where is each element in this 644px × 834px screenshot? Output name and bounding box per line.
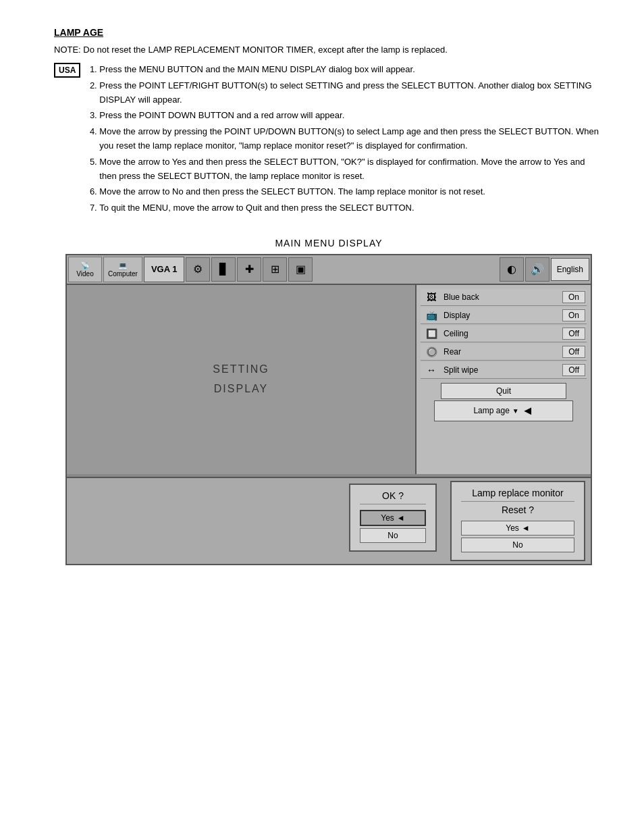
splitwipe-icon: ↔: [422, 365, 441, 375]
ok-no-button[interactable]: No: [360, 528, 426, 543]
lamp-dialog: Lamp replace monitor Reset ? Yes ◄ No: [450, 481, 585, 561]
computer-tab[interactable]: 💻 Computer: [103, 257, 142, 282]
icon-grid: ⚙: [186, 257, 210, 282]
video-icon: 📡: [76, 261, 93, 270]
display-label: Display: [441, 311, 562, 320]
diagram-title: MAIN MENU DISPLAY: [54, 238, 603, 249]
instruction-5: Move the arrow to Yes and then press the…: [99, 155, 603, 184]
setting-row-rear: 🔘 Rear Off: [421, 344, 587, 361]
lamp-yes-label: Yes: [506, 523, 519, 533]
vga-label: VGA 1: [144, 257, 185, 282]
blueback-label: Blue back: [441, 292, 562, 302]
lamp-no-label: No: [512, 540, 522, 550]
lamp-dialog-title: Lamp replace monitor: [461, 488, 574, 502]
instruction-6: Move the arrow to No and then press the …: [99, 185, 603, 199]
rear-icon: 🔘: [422, 346, 441, 357]
splitwipe-label: Split wipe: [441, 365, 562, 375]
dialog-area: OK ? Yes ◄ No Lamp replace monitor Reset…: [67, 477, 591, 564]
ok-dialog-title: OK ?: [360, 490, 426, 504]
usa-badge: USA: [54, 63, 80, 78]
blueback-value: On: [562, 291, 585, 303]
rear-label: Rear: [441, 347, 562, 357]
setting-display-area: SETTING DISPLAY: [67, 285, 415, 474]
instruction-2: Press the POINT LEFT/RIGHT BUTTON(s) to …: [99, 79, 603, 107]
computer-label: Computer: [108, 270, 138, 278]
setting-label: SETTING DISPLAY: [213, 360, 269, 399]
display-value: On: [562, 309, 585, 321]
ok-yes-label: Yes: [381, 513, 394, 523]
setting-row-ceiling: 🔲 Ceiling Off: [421, 325, 587, 342]
menu-content: SETTING DISPLAY 🖼 Blue back On 📺 Display…: [67, 285, 591, 474]
icon-display: ⊞: [263, 257, 287, 282]
right-panel: 🖼 Blue back On 📺 Display On 🔲 Ceiling Of…: [415, 285, 591, 474]
lamp-age-arrow: ◄: [522, 404, 534, 418]
display-icon: 📺: [422, 310, 441, 321]
rear-value: Off: [562, 346, 585, 358]
lamp-dialog-subtitle: Reset ?: [461, 504, 574, 515]
icon-bars: ▊: [211, 257, 236, 282]
icon-contrast: ◐: [500, 257, 524, 282]
english-button[interactable]: English: [551, 258, 589, 281]
instruction-4: Move the arrow by pressing the POINT UP/…: [99, 125, 603, 153]
icon-speaker: 🔊: [525, 257, 549, 282]
diagram-section: MAIN MENU DISPLAY 📡 Video 💻 Computer VGA…: [54, 238, 603, 565]
note-text: NOTE: Do not reset the LAMP REPLACEMENT …: [54, 45, 603, 55]
setting-row-splitwipe: ↔ Split wipe Off: [421, 362, 587, 379]
splitwipe-value: Off: [562, 364, 585, 376]
instruction-1: Press the MENU BUTTON and the MAIN MENU …: [99, 63, 603, 77]
lamp-yes-button[interactable]: Yes ◄: [461, 521, 574, 536]
icon-cross: ✚: [237, 257, 261, 282]
instruction-3: Press the POINT DOWN BUTTON and a red ar…: [99, 109, 603, 123]
lamp-yes-arrow: ◄: [522, 523, 530, 533]
ok-yes-button[interactable]: Yes ◄: [360, 510, 426, 526]
setting-row-blueback: 🖼 Blue back On: [421, 289, 587, 306]
computer-icon: 💻: [108, 261, 138, 270]
instruction-7: To quit the MENU, move the arrow to Quit…: [99, 201, 603, 215]
ok-no-label: No: [387, 531, 398, 540]
lamp-age-dropdown-icon: ▼: [512, 407, 519, 415]
video-label: Video: [76, 270, 93, 278]
main-menu-display: 📡 Video 💻 Computer VGA 1 ⚙ ▊ ✚ ⊞ ▣ ◐ 🔊 E…: [65, 254, 592, 565]
instructions-list: Press the MENU BUTTON and the MAIN MENU …: [86, 63, 603, 217]
setting-row-display: 📺 Display On: [421, 307, 587, 324]
blueback-icon: 🖼: [422, 292, 441, 303]
ok-dialog: OK ? Yes ◄ No: [349, 484, 437, 552]
ceiling-value: Off: [562, 328, 585, 340]
video-tab[interactable]: 📡 Video: [68, 257, 102, 282]
quit-button[interactable]: Quit: [441, 383, 566, 399]
icon-square: ▣: [288, 257, 313, 282]
ok-yes-arrow: ◄: [397, 513, 405, 523]
lamp-age-label: Lamp age: [473, 406, 509, 415]
lamp-no-button[interactable]: No: [461, 538, 574, 552]
lamp-age-button[interactable]: Lamp age ▼ ◄: [434, 400, 573, 421]
ceiling-label: Ceiling: [441, 329, 562, 338]
ceiling-icon: 🔲: [422, 328, 441, 339]
page-title: LAMP AGE: [54, 27, 603, 38]
toolbar-row: 📡 Video 💻 Computer VGA 1 ⚙ ▊ ✚ ⊞ ▣ ◐ 🔊 E…: [67, 255, 591, 285]
